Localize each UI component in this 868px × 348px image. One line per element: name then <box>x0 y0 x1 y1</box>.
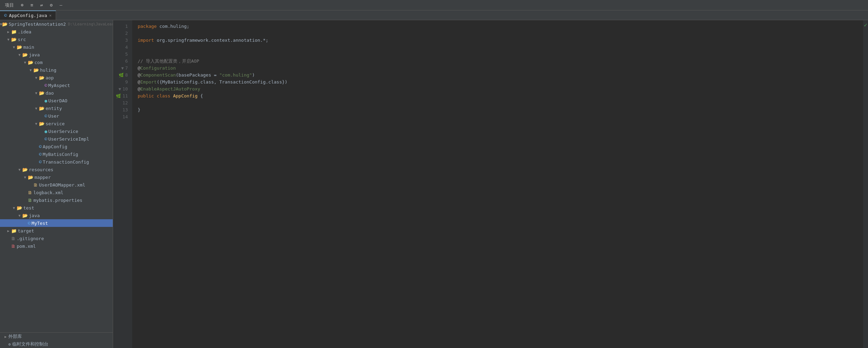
sidebar-item-target[interactable]: ▶📁target <box>0 227 113 235</box>
sidebar-item-userdaomapper[interactable]: 🗎UserDAOMapper.xml <box>0 181 113 189</box>
tree-label-logback: logback.xml <box>33 190 63 195</box>
folder-open-icon: 📂 <box>2 22 8 27</box>
folder-open-icon: 📂 <box>11 37 17 42</box>
line-number-3: 3 <box>113 37 132 44</box>
sidebar-item-pomxml[interactable]: 🗎pom.xml <box>0 242 113 250</box>
code-container[interactable]: 123456▼7🌿89▼10🌿11121314 package com.huli… <box>113 20 868 348</box>
folder-icon: 📁 <box>11 29 17 34</box>
tab-appconfig[interactable]: © AppConfig.java ✕ <box>0 10 56 20</box>
list-icon[interactable]: ≡ <box>29 2 35 8</box>
sidebar-item-mybatis[interactable]: 🗎mybatis.properties <box>0 196 113 204</box>
tree-label-myaspect: MyAspect <box>48 83 70 88</box>
sidebar-item-src[interactable]: ▼📂src <box>0 35 113 43</box>
sidebar-item-idea[interactable]: ▶📁.idea <box>0 28 113 35</box>
code-line-3[interactable]: import org.springframework.context.annot… <box>138 37 863 44</box>
sidebar-item-external-libs[interactable]: ▶ 外部库 <box>0 333 113 340</box>
sidebar-item-testjava[interactable]: ▼📂java <box>0 212 113 219</box>
line-numbers: 123456▼7🌿89▼10🌿11121314 <box>113 20 132 348</box>
sidebar-item-userservice[interactable]: ●UserService <box>0 127 113 135</box>
sync-icon[interactable]: ⇌ <box>38 2 45 8</box>
code-line-2[interactable] <box>138 30 863 37</box>
tree-label-transactionconfig: TransactionConfig <box>43 159 89 165</box>
tree-label-gitignore: .gitignore <box>17 236 44 241</box>
code-line-1[interactable]: package com.huling; <box>138 23 863 30</box>
sidebar-item-logback[interactable]: 🗎logback.xml <box>0 189 113 196</box>
token-ann-name: EnableAspectJAutoProxy <box>140 86 200 92</box>
external-libs-label: 外部库 <box>8 333 22 340</box>
code-line-12[interactable] <box>138 100 863 106</box>
line-number-12: 12 <box>113 100 132 106</box>
sidebar-item-temp-files[interactable]: ▶ ⚙ 临时文件和控制台 <box>0 340 113 348</box>
code-line-10[interactable]: @EnableAspectJAutoProxy <box>138 86 863 93</box>
line-num-text-5: 5 <box>125 51 128 58</box>
tree-arrow-entity: ▼ <box>33 106 39 110</box>
sidebar-item-appconfig[interactable]: ©AppConfig <box>0 143 113 150</box>
tree-label-aop: aop <box>46 75 54 80</box>
sidebar-item-aop[interactable]: ▼📂aop <box>0 74 113 81</box>
sidebar-item-userdao[interactable]: ●UserDAO <box>0 97 113 104</box>
tree-label-test: test <box>23 205 34 211</box>
token-cls: AppConfig <box>173 93 197 98</box>
code-line-8[interactable]: @ComponentScan(basePackages = "com.hulin… <box>138 72 863 79</box>
sidebar-item-myaspect[interactable]: ©MyAspect <box>0 81 113 89</box>
sidebar-item-huling[interactable]: ▼📂huling <box>0 66 113 74</box>
sidebar-item-resources[interactable]: ▼📂resources <box>0 166 113 173</box>
sidebar-item-mybatisconfig[interactable]: ©MyBatisConfig <box>0 150 113 158</box>
line-number-8: 🌿8 <box>113 72 132 79</box>
code-content[interactable]: package com.huling; import org.springfra… <box>132 20 863 348</box>
fold-icon-7[interactable]: ▼ <box>121 65 124 72</box>
gitignore-icon: 🗎 <box>11 236 16 241</box>
settings-icon[interactable]: ⚙ <box>48 2 55 8</box>
sidebar: ▼📂SpringTestAnnotation2D:\Learning\JavaL… <box>0 20 113 348</box>
sidebar-item-gitignore[interactable]: 🗎.gitignore <box>0 235 113 242</box>
minimize-icon[interactable]: — <box>57 2 64 8</box>
tree-label-root: SpringTestAnnotation2 <box>9 22 66 27</box>
code-line-13[interactable]: } <box>138 106 863 113</box>
chevron-right-icon: ▶ <box>3 335 8 339</box>
sidebar-item-transactionconfig[interactable]: ©TransactionConfig <box>0 158 113 166</box>
code-line-7[interactable]: @Configuration <box>138 65 863 72</box>
tree-arrow-service: ▼ <box>33 122 39 126</box>
sidebar-item-entity[interactable]: ▼📂entity <box>0 104 113 112</box>
fold-icon-10[interactable]: ▼ <box>119 86 121 93</box>
sidebar-item-mapper[interactable]: ▼📂mapper <box>0 173 113 181</box>
sidebar-item-main[interactable]: ▼📂main <box>0 43 113 51</box>
sidebar-item-test[interactable]: ▼📂test <box>0 204 113 212</box>
xml-icon: 🗎 <box>28 190 32 195</box>
tree-arrow-dao: ▼ <box>33 91 39 95</box>
code-line-5[interactable] <box>138 51 863 58</box>
code-line-14[interactable] <box>138 113 863 120</box>
sidebar-item-java[interactable]: ▼📂java <box>0 51 113 58</box>
temp-files-icon: ⚙ <box>8 342 11 347</box>
bean-icon-11[interactable]: 🌿 <box>116 93 121 100</box>
line-num-text-8: 8 <box>125 72 128 79</box>
line-number-2: 2 <box>113 30 132 37</box>
sidebar-item-dao[interactable]: ▼📂dao <box>0 89 113 97</box>
tree-label-mybatis: mybatis.properties <box>33 198 82 203</box>
code-line-4[interactable] <box>138 44 863 51</box>
code-line-11[interactable]: public class AppConfig { <box>138 93 863 100</box>
token-kw: class <box>157 93 170 98</box>
sidebar-item-mytest[interactable]: ©MyTest <box>0 219 113 227</box>
project-menu[interactable]: 项目 <box>3 1 16 9</box>
tree-label-mybatisconfig: MyBatisConfig <box>43 152 78 157</box>
main-layout: ▼📂SpringTestAnnotation2D:\Learning\JavaL… <box>0 20 868 348</box>
tree-arrow-src: ▼ <box>6 38 11 41</box>
token-kw: public <box>138 93 154 98</box>
code-line-9[interactable]: @Import({MyBatisConfig.class, Transactio… <box>138 79 863 86</box>
web-icon[interactable]: ⊕ <box>19 2 26 8</box>
sidebar-item-root[interactable]: ▼📂SpringTestAnnotation2D:\Learning\JavaL… <box>0 20 113 28</box>
bean-icon-8[interactable]: 🌿 <box>119 72 124 79</box>
sidebar-item-userserviceimpl[interactable]: ©UserServiceImpl <box>0 135 113 143</box>
sidebar-item-service[interactable]: ▼📂service <box>0 120 113 127</box>
aspect-icon: © <box>45 83 47 88</box>
tree-label-userdao: UserDAO <box>48 98 67 103</box>
line-number-1: 1 <box>113 23 132 30</box>
folder-open-icon: 📂 <box>28 175 33 180</box>
tree-label-dao: dao <box>46 90 54 96</box>
sidebar-item-com[interactable]: ▼📂com <box>0 58 113 66</box>
code-line-6[interactable]: // 导入其他配置类，开启AOP <box>138 58 863 65</box>
sidebar-item-user[interactable]: ©User <box>0 112 113 120</box>
folder-open-icon: 📂 <box>39 106 45 111</box>
tab-close-button[interactable]: ✕ <box>49 13 51 18</box>
